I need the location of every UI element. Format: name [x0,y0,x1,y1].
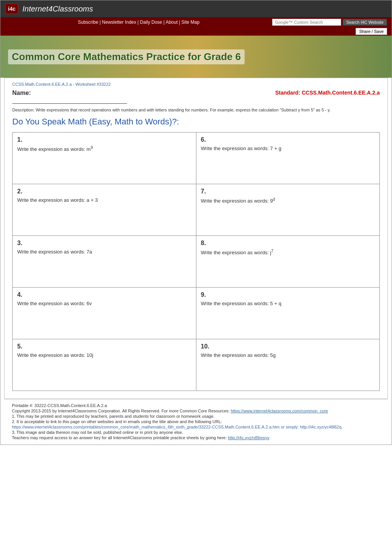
problem-text-4: Write the expression as words: 6v [17,301,191,306]
share-button[interactable]: Share / Save [356,28,387,35]
problem-text-10: Write the expression as words: 5g [201,352,375,358]
footer-url-link[interactable]: https://www.internet4classrooms.com/prin… [12,425,343,429]
answer-key-link[interactable]: http://i4c.xyz/n89msyv [228,435,269,440]
site-name: Internet4Classrooms [22,5,93,13]
footer: Printable #: 33222-CCSS.Math.Content.6.E… [4,399,388,445]
problem-cell-8: 8. Write the expression as words: j7 [196,236,380,288]
problem-cell-9: 9. Write the expression as words: 5 + q [196,288,380,339]
logo-box: i4c [5,3,18,14]
problem-text-7: Write the expression as words: 9d [201,197,375,204]
footer-copyright: Copyright 2013-2015 by Internet4Classroo… [12,409,380,413]
problem-cell-3: 3. Write the expression as words: 7a [13,236,196,288]
problem-cell-7: 7. Write the expression as words: 9d [196,184,380,236]
problem-text-8: Write the expression as words: j7 [201,249,375,255]
worksheet-title: Do You Speak Math (Easy, Math to Words)?… [12,117,380,127]
name-label: Name: [12,90,127,96]
problem-number-4: 4. [17,291,191,298]
search-input[interactable] [272,19,341,26]
footer-note2: 2. It is acceptable to link to this page… [12,419,380,424]
nav-links[interactable]: Subscribe | Newsletter Index | Daily Dos… [5,20,272,25]
copyright-link[interactable]: https://www.internet4classrooms.com/comm… [231,409,328,413]
nav-bar: Subscribe | Newsletter Index | Daily Dos… [0,17,392,27]
name-line [12,103,127,104]
page-title: Common Core Mathematics Practice for Gra… [8,49,245,64]
problem-number-6: 6. [201,136,375,143]
problem-number-8: 8. [201,240,375,247]
table-row: 2. Write the expression as words: a + 3 … [13,184,380,236]
problem-cell-6: 6. Write the expression as words: 7 + g [196,132,380,184]
problem-text-5: Write the expression as words: 10j [17,352,191,358]
problem-cell-10: 10. Write the expression as words: 5g [196,339,380,391]
footer-url1: https://www.internet4classrooms.com/prin… [12,425,380,429]
problem-number-1: 1. [17,136,191,143]
worksheet-id: CCSS.Math.Content.6.EE.A.2.a - Worksheet… [12,82,380,87]
search-area: Search I4C Website [272,19,387,26]
problem-text-6: Write the expression as words: 7 + g [201,146,375,151]
problem-rows: 1. Write the expression as words: m9 6. … [13,132,380,391]
problem-number-2: 2. [17,188,191,195]
problem-cell-4: 4. Write the expression as words: 6v [13,288,196,339]
search-button[interactable]: Search I4C Website [343,19,387,26]
table-row: 3. Write the expression as words: 7a 8. … [13,236,380,288]
footer-note3: 3. This image and data thereon may not b… [12,430,380,435]
problem-cell-5: 5. Write the expression as words: 10j [13,339,196,391]
footer-printable: Printable #: 33222-CCSS.Math.Content.6.E… [12,403,380,408]
worksheet: CCSS.Math.Content.6.EE.A.2.a - Worksheet… [4,78,388,399]
footer-note4: Teachers may request access to an answer… [12,435,380,440]
banner: Common Core Mathematics Practice for Gra… [0,36,392,78]
standard-label: Standard: CCSS.Math.Content.6.EE.A.2.a [275,90,380,96]
footer-note1: 1. This may be printed and reproduced by… [12,414,380,419]
logo-area: i4c Internet4Classrooms [5,3,93,14]
problem-number-3: 3. [17,240,191,247]
share-bar: Share / Save [0,27,392,36]
problem-grid: 1. Write the expression as words: m9 6. … [12,132,380,391]
problem-text-1: Write the expression as words: m9 [17,146,191,152]
problem-cell-2: 2. Write the expression as words: a + 3 [13,184,196,236]
name-section: Name: Standard: CCSS.Math.Content.6.EE.A… [12,90,380,104]
problem-text-2: Write the expression as words: a + 3 [17,197,191,203]
description: Description: Write expressions that reco… [12,108,380,112]
table-row: 1. Write the expression as words: m9 6. … [13,132,380,184]
problem-text-9: Write the expression as words: 5 + q [201,301,375,306]
table-row: 5. Write the expression as words: 10j 10… [13,339,380,391]
problem-cell-1: 1. Write the expression as words: m9 [13,132,196,184]
table-row: 4. Write the expression as words: 6v 9. … [13,288,380,339]
problem-number-7: 7. [201,188,375,195]
problem-number-10: 10. [201,343,375,350]
problem-text-3: Write the expression as words: 7a [17,249,191,255]
problem-number-9: 9. [201,291,375,298]
problem-number-5: 5. [17,343,191,350]
